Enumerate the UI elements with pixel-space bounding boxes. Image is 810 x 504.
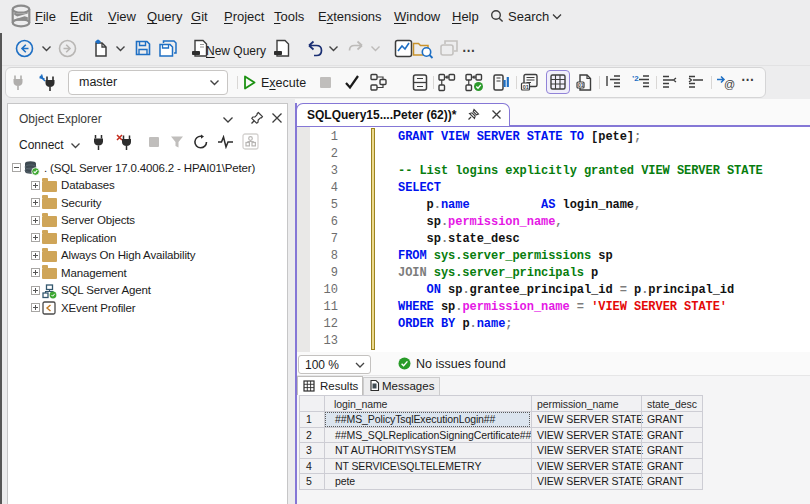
svg-text:@: @ <box>724 78 735 90</box>
svg-text:01: 01 <box>578 82 584 88</box>
svg-text:’2: ’2 <box>632 74 639 83</box>
svg-text:01: 01 <box>523 84 529 90</box>
